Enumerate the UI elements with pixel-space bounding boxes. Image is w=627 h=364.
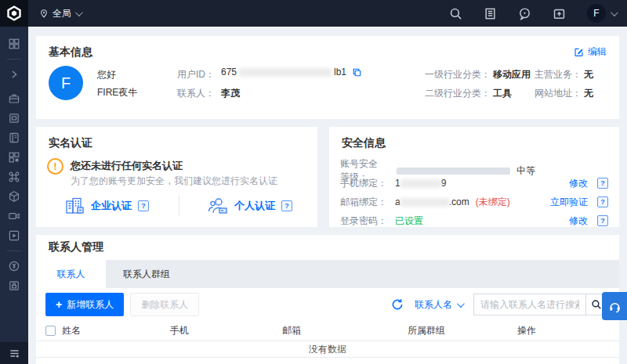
password-label: 登录密码： — [340, 214, 395, 228]
sidebar-camera-icon[interactable] — [8, 210, 20, 222]
help-icon[interactable]: ? — [597, 196, 608, 207]
verification-actions: 企业认证 ? 个人认证 ? — [36, 196, 317, 216]
sidebar-play-square-icon[interactable] — [8, 229, 20, 242]
sidebar-divider — [7, 59, 21, 59]
password-status: 已设置 — [395, 214, 423, 228]
warning-icon: ! — [47, 158, 63, 175]
personal-verify-link[interactable]: 个人认证 ? — [208, 197, 292, 214]
contacts-title: 联系人管理 — [36, 235, 619, 260]
edit-button[interactable]: 编辑 — [574, 45, 607, 59]
enterprise-verify-link[interactable]: 企业认证 ? — [64, 197, 149, 214]
add-contact-button[interactable]: + 新增联系人 — [45, 293, 124, 316]
chevron-down-icon — [75, 9, 83, 16]
message-icon[interactable] — [518, 7, 531, 20]
chevron-down-icon — [457, 300, 465, 308]
account-name: FIRE夜牛 — [97, 86, 137, 99]
billing-list-icon[interactable] — [484, 7, 497, 20]
phone-suffix: 9 — [441, 178, 447, 189]
sidebar-cube-icon[interactable] — [8, 190, 20, 203]
sidebar-collapse-arrow-icon[interactable] — [8, 68, 20, 81]
topbar: 全局 F — [0, 0, 627, 27]
basic-info-title: 基本信息 — [49, 45, 92, 59]
email-masked — [400, 198, 449, 207]
hexagon-cube-icon — [6, 5, 22, 21]
search-icon — [591, 299, 602, 310]
edit-pencil-icon — [574, 47, 584, 57]
cloud-logo[interactable] — [0, 0, 28, 27]
main-business-label: 主营业务： — [535, 68, 582, 81]
edit-label: 编辑 — [588, 45, 607, 59]
support-headset-button[interactable] — [602, 292, 627, 320]
contacts-table-header: 姓名 手机 邮箱 所属群组 操作 — [36, 321, 619, 341]
phone-prefix: 1 — [395, 178, 400, 189]
sidebar-book-icon[interactable] — [8, 132, 20, 144]
personal-people-icon — [208, 197, 228, 214]
phone-label: 手机绑定： — [340, 177, 395, 190]
select-all-checkbox[interactable] — [45, 326, 56, 336]
contact-search-box — [473, 294, 607, 315]
sidebar-menu-list-icon[interactable] — [0, 342, 28, 364]
help-icon[interactable]: ? — [138, 200, 149, 211]
password-row: 登录密码： 已设置 修改 ? — [340, 211, 608, 230]
refresh-icon[interactable] — [391, 298, 404, 311]
contacts-tabs: 联系人 联系人群组 — [36, 260, 619, 288]
industry-l1-value: 移动应用 — [493, 68, 531, 81]
phone-value: 19 — [395, 178, 446, 189]
sidebar-overview-grid-icon[interactable] — [8, 38, 20, 50]
website-value: 无 — [584, 87, 593, 100]
verification-card: 实名认证 ! 您还未进行任何实名认证 为了您的账号更加安全，我们建议您进行实名认… — [36, 127, 317, 227]
account-menu[interactable]: F — [587, 4, 616, 23]
sidebar-briefcase-icon[interactable] — [8, 92, 20, 105]
user-id-value: 675 lb1 — [221, 67, 362, 77]
security-title: 安全信息 — [342, 136, 386, 150]
industry-l2-value: 工具 — [493, 87, 512, 100]
phone-binding-row: 手机绑定： 19 修改 ? — [340, 174, 608, 193]
contact-search-input[interactable] — [474, 294, 585, 315]
tab-contacts[interactable]: 联系人 — [36, 260, 106, 288]
personal-verify-label: 个人认证 — [234, 199, 275, 213]
column-phone: 手机 — [170, 324, 282, 337]
help-icon[interactable]: ? — [597, 215, 608, 226]
region-selector[interactable]: 全局 — [39, 7, 81, 20]
verification-warning-title: 您还未进行任何实名认证 — [71, 159, 183, 173]
empty-data-text: 没有数据 — [36, 341, 619, 358]
user-avatar: F — [49, 66, 83, 100]
enterprise-building-icon — [64, 197, 85, 214]
contact-value: 李茂 — [221, 87, 240, 100]
greeting-text: 您好 — [97, 68, 116, 81]
sidebar-security-lock-icon[interactable] — [8, 279, 20, 292]
copy-icon[interactable] — [352, 67, 362, 77]
website-label: 网站地址： — [535, 87, 582, 100]
search-field-dropdown[interactable]: 联系人名 — [415, 298, 462, 312]
sidebar-command-icon[interactable] — [8, 171, 20, 183]
column-actions: 操作 — [517, 324, 619, 337]
sidebar-billing-yen-icon[interactable] — [8, 260, 20, 272]
tab-contact-groups[interactable]: 联系人群组 — [106, 260, 187, 288]
basic-info-card: 基本信息 编辑 F 您好 FIRE夜牛 用户ID： 675 lb1 联系人： 李… — [36, 36, 619, 119]
column-group: 所属群组 — [408, 324, 517, 337]
sidebar-doc-card-icon[interactable] — [8, 112, 20, 124]
help-icon[interactable]: ? — [597, 178, 608, 189]
user-id-prefix: 675 — [221, 67, 237, 77]
phone-masked — [400, 179, 441, 188]
verification-title: 实名认证 — [49, 136, 92, 150]
user-id-suffix: lb1 — [334, 67, 346, 77]
phone-modify-link[interactable]: 修改 — [569, 177, 588, 190]
vertical-divider — [179, 196, 179, 216]
email-verify-link[interactable]: 立即验证 — [550, 196, 588, 209]
help-icon[interactable]: ? — [281, 200, 292, 211]
main-business-value: 无 — [584, 68, 593, 81]
industry-l1-label: 一级行业分类： — [425, 68, 491, 81]
search-icon[interactable] — [449, 7, 462, 20]
docs-folder-icon[interactable] — [553, 7, 566, 20]
contacts-toolbar-right: 联系人名 — [391, 294, 607, 315]
column-name: 姓名 — [62, 324, 81, 337]
email-prefix: a — [395, 196, 400, 207]
headset-icon — [608, 300, 622, 313]
sidebar-apps-grid-icon[interactable] — [8, 151, 20, 164]
column-email: 邮箱 — [282, 324, 408, 337]
password-modify-link[interactable]: 修改 — [569, 214, 588, 228]
delete-contact-button[interactable]: 删除联系人 — [130, 293, 199, 316]
industry-l2-label: 二级行业分类： — [425, 87, 491, 100]
region-label: 全局 — [53, 7, 71, 20]
